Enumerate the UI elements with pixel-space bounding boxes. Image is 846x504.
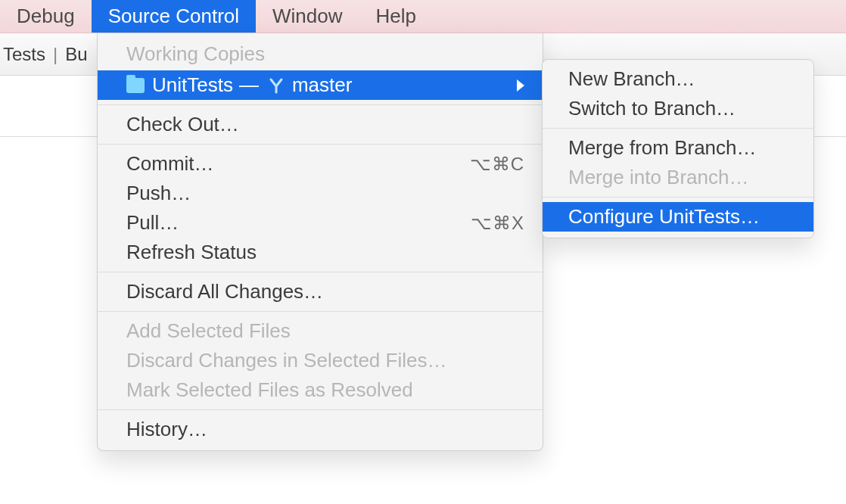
menu-item-label: Refresh Status	[126, 241, 524, 264]
submenu-item-configure[interactable]: Configure UnitTests…	[543, 202, 813, 232]
menu-separator	[543, 128, 813, 129]
menu-separator	[98, 104, 543, 105]
toolbar-right-text: Bu	[65, 44, 87, 65]
menu-item-label: Add Selected Files	[126, 319, 524, 343]
keyboard-shortcut: ⌥⌘X	[471, 213, 524, 234]
menu-item-label: Configure UnitTests…	[568, 205, 795, 229]
working-copy-branch: master	[292, 73, 511, 97]
menu-item-label: Commit…	[126, 152, 470, 176]
menu-item-label: Discard All Changes…	[126, 280, 524, 303]
menu-separator	[543, 197, 813, 198]
menu-item-pull[interactable]: Pull… ⌥⌘X	[98, 208, 543, 238]
menu-item-label: New Branch…	[568, 67, 795, 91]
menu-item-push[interactable]: Push…	[98, 179, 543, 208]
menu-item-label: Merge into Branch…	[568, 166, 795, 189]
menubar-item-window[interactable]: Window	[256, 0, 359, 33]
submenu-item-merge-from-branch[interactable]: Merge from Branch…	[543, 133, 813, 163]
menu-section-header-working-copies: Working Copies	[98, 38, 543, 70]
submenu-item-merge-into-branch: Merge into Branch…	[543, 163, 813, 192]
menu-item-label: Push…	[126, 182, 524, 205]
menu-item-label: History…	[126, 418, 524, 441]
menubar: Debug Source Control Window Help	[0, 0, 846, 33]
menubar-item-debug[interactable]: Debug	[0, 0, 92, 33]
working-copy-submenu: New Branch… Switch to Branch… Merge from…	[542, 59, 814, 238]
menu-separator	[98, 409, 543, 410]
working-copy-dash: —	[233, 73, 265, 97]
submenu-item-new-branch[interactable]: New Branch…	[543, 64, 813, 94]
menu-item-label: Pull…	[126, 211, 471, 235]
toolbar-left-text: Tests	[3, 44, 45, 65]
toolbar-separator: |	[45, 44, 65, 65]
menu-item-label: Mark Selected Files as Resolved	[126, 378, 524, 402]
menubar-item-source-control[interactable]: Source Control	[92, 0, 256, 33]
menu-separator	[98, 272, 543, 272]
folder-icon	[126, 78, 145, 93]
submenu-item-switch-branch[interactable]: Switch to Branch…	[543, 94, 813, 123]
menubar-item-help[interactable]: Help	[359, 0, 433, 33]
menu-item-discard-all-changes[interactable]: Discard All Changes…	[98, 277, 543, 306]
keyboard-shortcut: ⌥⌘C	[470, 154, 524, 175]
working-copy-project: UnitTests	[152, 73, 233, 97]
menu-item-refresh-status[interactable]: Refresh Status	[98, 238, 543, 267]
menu-item-add-selected-files: Add Selected Files	[98, 316, 543, 346]
menu-item-label: Merge from Branch…	[568, 136, 795, 160]
menu-item-working-copy[interactable]: UnitTests — master	[98, 70, 543, 100]
menu-item-discard-selected-changes: Discard Changes in Selected Files…	[98, 346, 543, 375]
menu-item-label: Check Out…	[126, 113, 524, 136]
menu-item-check-out[interactable]: Check Out…	[98, 110, 543, 139]
branch-icon	[268, 77, 285, 94]
menu-item-label: Switch to Branch…	[568, 97, 795, 120]
menu-item-history[interactable]: History…	[98, 415, 543, 444]
source-control-menu: Working Copies UnitTests — master Check …	[97, 33, 543, 451]
menu-separator	[98, 311, 543, 312]
menu-item-label: Discard Changes in Selected Files…	[126, 349, 524, 372]
menu-item-commit[interactable]: Commit… ⌥⌘C	[98, 149, 543, 179]
menu-item-mark-resolved: Mark Selected Files as Resolved	[98, 375, 543, 405]
chevron-right-icon	[517, 79, 524, 92]
menu-separator	[98, 144, 543, 145]
